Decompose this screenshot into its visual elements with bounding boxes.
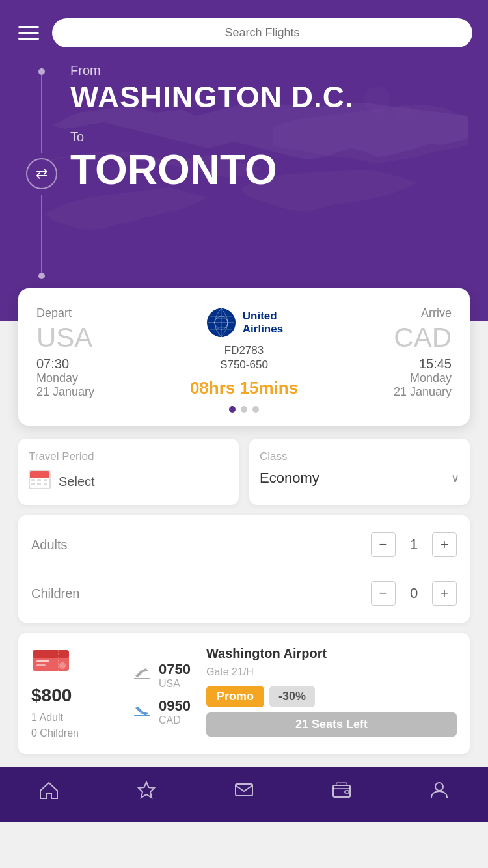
search-bar[interactable] — [52, 18, 472, 47]
seats-left-badge: 21 Seats Left — [206, 712, 457, 737]
depart-result-origin: USA — [159, 678, 191, 690]
mail-icon — [234, 780, 254, 804]
travel-period-value[interactable]: Select — [29, 470, 228, 493]
person-icon — [429, 780, 449, 804]
svg-rect-14 — [333, 785, 350, 797]
gate-info: Gate 21/H — [206, 666, 457, 678]
search-input[interactable] — [65, 26, 459, 40]
svg-rect-13 — [236, 784, 252, 796]
ticket-icon — [31, 646, 116, 677]
depart-result-time: 0750 — [159, 661, 191, 678]
svg-rect-7 — [36, 664, 46, 666]
result-pax-info: 1 Adult 0 Children — [31, 710, 116, 741]
depart-code: USA — [36, 324, 135, 351]
nav-favorites[interactable] — [137, 780, 156, 804]
hero-content: ⇄ From WASHINGTON D.C. To TORONTO — [26, 63, 462, 279]
dot-3[interactable] — [252, 406, 259, 413]
result-price: $800 — [31, 685, 116, 706]
adults-count: 1 — [406, 536, 422, 553]
depart-day: Monday — [36, 372, 135, 385]
result-left: $800 1 Adult 0 Children — [31, 646, 116, 741]
adults-decrement-button[interactable]: − — [371, 532, 396, 557]
result-card[interactable]: $800 1 Adult 0 Children 0750 USA — [18, 633, 470, 754]
airline-logo: United Airlines — [205, 306, 283, 339]
hero-section: ⇄ From WASHINGTON D.C. To TORONTO — [0, 47, 488, 321]
airline-globe-icon — [205, 306, 237, 339]
arrive-column: Arrive CAD 15:45 Monday 21 January — [353, 306, 457, 399]
flight-card-inner: Depart USA 07:30 Monday 21 January — [31, 306, 457, 413]
flight-dots — [229, 406, 259, 413]
passengers-section: Adults − 1 + Children − 0 + — [18, 515, 470, 623]
flight-center: United Airlines FD2783 S750-650 08hrs 15… — [135, 306, 353, 413]
arrive-route-row: 0950 CAD — [131, 698, 191, 726]
flight-card: Depart USA 07:30 Monday 21 January — [18, 288, 470, 426]
depart-route-row: 0750 USA — [131, 661, 191, 690]
children-increment-button[interactable]: + — [432, 581, 457, 606]
from-label: From — [70, 63, 462, 78]
route-dot-bottom — [38, 273, 45, 279]
depart-column: Depart USA 07:30 Monday 21 January — [31, 306, 135, 399]
route-vertical-line-bottom — [41, 195, 42, 273]
chevron-down-icon: ∨ — [451, 471, 459, 485]
arrive-date: 21 January — [353, 385, 452, 399]
svg-rect-15 — [345, 791, 349, 793]
arrive-flight-info: 0950 CAD — [159, 698, 191, 726]
svg-point-16 — [435, 783, 443, 791]
adults-label: Adults — [31, 537, 68, 552]
class-filter[interactable]: Class Economy ∨ — [249, 439, 470, 505]
wallet-icon — [332, 780, 351, 804]
children-decrement-button[interactable]: − — [371, 581, 396, 606]
arrive-code: CAD — [353, 324, 452, 351]
depart-time: 07:30 — [36, 357, 135, 372]
route-vertical-line — [41, 75, 42, 153]
home-icon — [39, 780, 59, 804]
children-count: 0 — [406, 585, 422, 602]
plane-takeoff-icon — [131, 663, 152, 688]
result-middle: 0750 USA 0950 CAD — [126, 646, 196, 741]
flight-duration: 08hrs 15mins — [190, 378, 298, 398]
class-label: Class — [260, 450, 459, 463]
nav-profile[interactable] — [429, 780, 449, 804]
dot-2[interactable] — [241, 406, 247, 413]
travel-period-filter[interactable]: Travel Period Select — [18, 439, 239, 505]
calendar-icon — [29, 470, 52, 493]
class-dropdown[interactable]: Economy ∨ — [260, 470, 459, 487]
flight-number: FD2783 — [224, 344, 264, 357]
duration-hours: 08hrs — [190, 378, 235, 398]
discount-badge: -30% — [269, 686, 315, 707]
dot-1[interactable] — [229, 406, 236, 413]
adults-counter: − 1 + — [371, 532, 457, 557]
adults-increment-button[interactable]: + — [432, 532, 457, 557]
travel-period-label: Travel Period — [29, 450, 228, 463]
nav-wallet[interactable] — [332, 780, 351, 804]
airline-name: United Airlines — [243, 310, 283, 336]
children-label: Children — [31, 586, 79, 601]
result-right: Washington Airport Gate 21/H Promo -30% … — [206, 646, 457, 741]
from-city: WASHINGTON D.C. — [70, 81, 462, 114]
nav-home[interactable] — [39, 780, 59, 804]
header — [0, 0, 488, 47]
arrive-label: Arrive — [353, 306, 452, 320]
flight-price-code: S750-650 — [220, 359, 268, 372]
duration-mins: 15mins — [240, 378, 299, 398]
to-city: TORONTO — [70, 147, 462, 193]
class-value: Economy — [260, 470, 319, 487]
arrive-result-time: 0950 — [159, 698, 191, 714]
bottom-nav — [0, 767, 488, 822]
children-row: Children − 0 + — [31, 569, 457, 617]
menu-button[interactable] — [16, 23, 42, 42]
children-counter: − 0 + — [371, 581, 457, 606]
airport-name: Washington Airport — [206, 646, 457, 661]
adults-row: Adults − 1 + — [31, 521, 457, 569]
route-dot-top — [38, 68, 45, 75]
depart-flight-info: 0750 USA — [159, 661, 191, 690]
swap-button[interactable]: ⇄ — [26, 158, 57, 189]
svg-rect-5 — [33, 650, 69, 658]
promo-badge: Promo — [206, 686, 264, 707]
svg-point-8 — [59, 662, 66, 669]
badges: Promo -30% — [206, 686, 457, 707]
route-text: From WASHINGTON D.C. To TORONTO — [70, 63, 462, 193]
nav-messages[interactable] — [234, 780, 254, 804]
depart-label: Depart — [36, 306, 135, 320]
svg-rect-6 — [36, 660, 49, 662]
